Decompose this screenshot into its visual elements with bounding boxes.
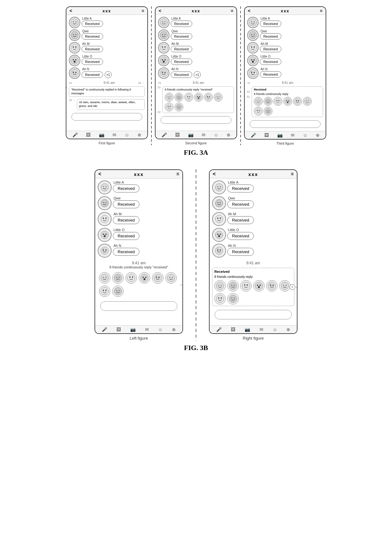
camera-icon[interactable]: 📷 [245, 327, 250, 332]
plus-icon[interactable]: ⊕ [316, 133, 320, 138]
emoji-icon[interactable]: ☺ [125, 132, 129, 137]
image-icon[interactable]: 🖼 [116, 327, 121, 332]
input-bar[interactable] [161, 116, 231, 124]
small-avatar [99, 272, 110, 284]
small-avatar [266, 280, 278, 292]
bubble-group: Ah M Received [82, 42, 103, 52]
message-bubble[interactable]: Received [113, 216, 139, 224]
back-arrow-icon[interactable]: < [159, 8, 161, 13]
message-bubble[interactable]: Received [260, 33, 281, 40]
message-bubble[interactable]: Received [82, 46, 103, 52]
menu-icon[interactable]: ≡ [142, 8, 144, 13]
message-row: Little A Received [69, 17, 145, 28]
message-bubble[interactable]: Received [171, 33, 192, 40]
message-bubble[interactable]: Received [82, 72, 103, 78]
mail-icon[interactable]: ✉ [202, 132, 205, 137]
second-figure-body: Little A Received Qwe Received [156, 15, 236, 131]
third-figure-wrapper: < xxx ≡ Little A Received [244, 6, 326, 145]
plus-icon[interactable]: ⊕ [138, 132, 141, 137]
plus-circle[interactable]: + [290, 284, 295, 290]
message-bubble[interactable]: Received [113, 248, 139, 256]
bubble-group: Ah N Received [260, 67, 281, 78]
avatar-ahn [69, 67, 80, 79]
mic-icon[interactable]: 🎤 [102, 327, 107, 332]
plus-badge[interactable]: +1 [194, 71, 201, 78]
message-bubble[interactable]: Received [113, 200, 139, 208]
message-bubble[interactable]: Received [260, 46, 281, 52]
plus-badge[interactable]: +1 [105, 71, 112, 78]
timestamp-area: 9:41 am [212, 261, 294, 265]
message-bubble[interactable]: Received [260, 59, 281, 65]
message-bubble[interactable]: Received [82, 59, 103, 65]
input-bar[interactable] [215, 310, 292, 319]
message-row: Qwe Received [212, 196, 294, 210]
message-bubble[interactable]: Received [82, 33, 103, 40]
info-area: 33 "Received" is continuously replied in… [69, 86, 145, 110]
message-bubble[interactable]: Received [171, 46, 192, 52]
image-icon[interactable]: 🖼 [175, 132, 180, 137]
info-boxes: "Received" is continuously replied in fo… [69, 86, 145, 110]
image-icon[interactable]: 🖼 [264, 133, 269, 138]
message-bubble[interactable]: Received [260, 71, 281, 78]
mail-icon[interactable]: ✉ [113, 132, 116, 137]
message-bubble[interactable]: Received [113, 185, 139, 192]
message-bubble[interactable]: Received [227, 248, 254, 256]
mic-icon[interactable]: 🎤 [72, 132, 78, 137]
message-bubble[interactable]: Received [227, 185, 254, 192]
emoji-icon[interactable]: ☺ [158, 327, 162, 332]
divider-2 [240, 6, 241, 145]
message-bubble[interactable]: Received [227, 200, 254, 208]
camera-icon[interactable]: 📷 [188, 132, 193, 137]
menu-icon[interactable]: ≡ [231, 8, 233, 13]
sender-name: Qwe [82, 29, 89, 33]
message-bubble[interactable]: Received [171, 21, 192, 27]
message-bubble[interactable]: Received [171, 72, 192, 78]
message-bubble[interactable]: Received [227, 216, 254, 224]
divider-3b [196, 169, 196, 341]
mic-icon[interactable]: 🎤 [216, 327, 222, 332]
camera-icon[interactable]: 📷 [99, 132, 104, 137]
mail-icon[interactable]: ✉ [260, 327, 263, 332]
back-arrow-icon[interactable]: < [70, 8, 72, 13]
back-arrow-icon[interactable]: < [213, 171, 216, 177]
plus-icon[interactable]: ⊕ [227, 132, 230, 137]
plus-icon[interactable]: ⊕ [286, 327, 290, 332]
camera-icon[interactable]: 📷 [130, 327, 136, 332]
image-icon[interactable]: 🖼 [86, 132, 90, 137]
sender-name: Ah M [171, 42, 179, 46]
input-bar[interactable] [71, 113, 142, 121]
message-bubble[interactable]: Received [227, 232, 254, 240]
message-bubble[interactable]: Received [171, 59, 192, 65]
mail-icon[interactable]: ✉ [145, 327, 149, 332]
right-figure-wrapper: < xxx ≡ Little A Received [209, 169, 297, 341]
mic-icon[interactable]: 🎤 [162, 132, 167, 137]
avatar [158, 42, 169, 53]
message-row: Qwe Received [247, 29, 323, 41]
menu-icon[interactable]: ≡ [291, 171, 294, 177]
input-bar[interactable] [100, 301, 177, 311]
line-32: 32 [247, 95, 250, 98]
plus-icon[interactable]: ⊕ [172, 327, 176, 332]
emoji-icon[interactable]: ☺ [303, 133, 307, 138]
message-bubble[interactable]: Received [260, 21, 281, 27]
right-figure-phone: < xxx ≡ Little A Received [209, 169, 297, 334]
small-avatar [264, 107, 273, 116]
back-arrow-icon[interactable]: < [98, 171, 101, 177]
message-bubble[interactable]: Received [82, 21, 103, 27]
third-figure-title: Third figure [276, 141, 294, 145]
menu-icon[interactable]: ≡ [320, 8, 322, 13]
emoji-icon[interactable]: ☺ [273, 327, 277, 332]
small-avatar [273, 97, 282, 106]
mail-icon[interactable]: ✉ [291, 133, 295, 138]
menu-icon[interactable]: ≡ [176, 171, 179, 177]
line-33-label: 33 [66, 86, 67, 89]
back-arrow-icon[interactable]: < [248, 8, 250, 13]
camera-icon[interactable]: 📷 [277, 133, 283, 138]
message-bubble[interactable]: Received [113, 232, 139, 240]
input-bar[interactable] [250, 120, 321, 128]
bubble-group: Ah N Received +1 [171, 67, 201, 78]
emoji-icon[interactable]: ☺ [214, 132, 218, 137]
mic-icon[interactable]: 🎤 [251, 133, 256, 138]
image-icon[interactable]: 🖼 [231, 327, 235, 332]
small-avatar [194, 93, 203, 102]
